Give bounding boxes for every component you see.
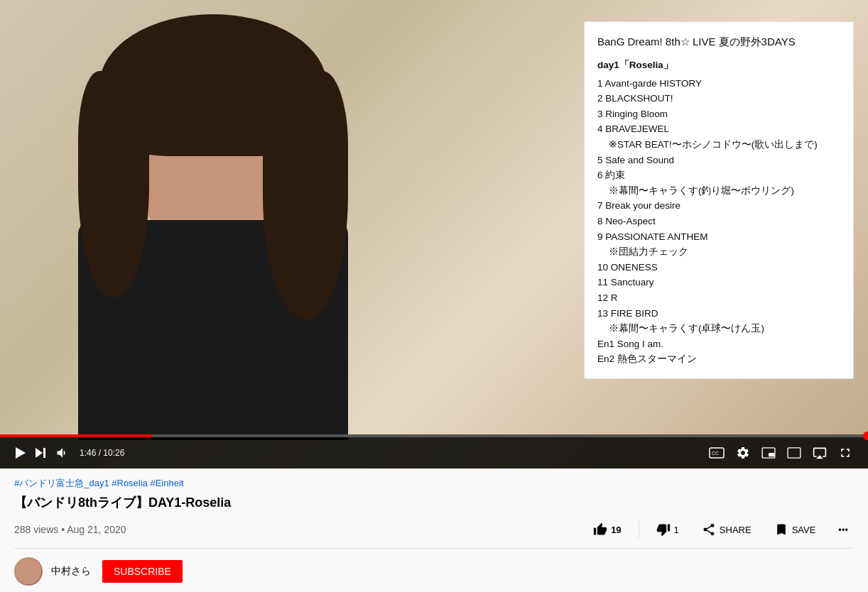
video-controls-bar: 1:46 / 10:26 CC <box>0 434 868 468</box>
svg-rect-1 <box>43 448 45 458</box>
dislike-button[interactable]: 1 <box>651 518 685 541</box>
subscribe-button[interactable]: SUBSCRIBE <box>102 560 183 583</box>
share-icon <box>702 522 716 537</box>
save-button[interactable]: SAVE <box>769 518 822 541</box>
person-hair-top <box>99 14 327 156</box>
setlist-entry: 2 BLACKSHOUT! <box>597 91 840 106</box>
setlist-entry: 4 BRAVEJEWEL <box>597 121 840 137</box>
view-count: 288 views • Aug 21, 2020 <box>14 524 587 535</box>
miniplayer-button[interactable] <box>757 444 780 461</box>
settings-icon <box>736 446 750 460</box>
setlist-entry: 3 Ringing Bloom <box>597 106 840 122</box>
video-meta: #バンドリ富士急_day1 #Roselia #Einheit 【バンドリ8th… <box>0 468 868 549</box>
setlist-entry: 11 Sanctuary <box>597 275 840 290</box>
theater-icon <box>787 447 801 459</box>
save-label: SAVE <box>792 525 816 535</box>
dislike-count: 1 <box>674 525 679 535</box>
setlist-entry: 8 Neo-Aspect <box>597 214 840 229</box>
channel-name[interactable]: 中村さら <box>51 565 91 578</box>
progress-fill <box>0 434 152 437</box>
video-person <box>36 28 519 440</box>
setlist-title: BanG Dream! 8th☆ LIVE 夏の野外3DAYS <box>597 33 840 50</box>
setlist-entry: ※幕間〜キャラくす(釣り堀〜ボウリング) <box>597 183 840 199</box>
setlist-entry: 10 ONENESS <box>597 260 840 275</box>
action-buttons: 19 1 SHARE <box>587 518 854 541</box>
thumb-down-icon <box>656 522 671 537</box>
channel-row: 中村さら SUBSCRIBE <box>0 549 868 592</box>
fullscreen-button[interactable] <box>834 443 857 463</box>
setlist-entry: 1 Avant-garde HISTORY <box>597 76 840 92</box>
setlist-entry: 12 R <box>597 290 840 306</box>
controls-right: CC <box>705 443 857 463</box>
time-display: 1:46 / 10:26 <box>80 448 124 458</box>
video-stats-row: 288 views • Aug 21, 2020 19 1 <box>14 518 854 549</box>
setlist-entry: En1 Song I am. <box>597 336 840 352</box>
setlist-entry: En2 熱色スターマイン <box>597 351 840 367</box>
publish-date: Aug 21, 2020 <box>67 524 126 535</box>
more-button[interactable]: ••• <box>832 520 854 539</box>
like-divider <box>639 521 639 538</box>
page-wrapper: BanG Dream! 8th☆ LIVE 夏の野外3DAYS day1「Ros… <box>0 0 868 592</box>
setlist-entry: 6 約束 <box>597 168 840 183</box>
volume-button[interactable] <box>51 443 74 463</box>
video-player[interactable]: BanG Dream! 8th☆ LIVE 夏の野外3DAYS day1「Ros… <box>0 0 868 468</box>
save-icon <box>774 522 788 537</box>
volume-icon <box>55 446 70 460</box>
setlist-day-header: day1「Roselia」 <box>597 57 840 73</box>
svg-rect-6 <box>788 448 801 458</box>
progress-dot <box>863 432 868 440</box>
setlist-entry: 13 FIRE BIRD <box>597 306 840 322</box>
next-icon <box>34 446 47 459</box>
setlist-entry: ※STAR BEAT!〜ホシノコドウ〜(歌い出しまで) <box>597 137 840 153</box>
video-frame: BanG Dream! 8th☆ LIVE 夏の野外3DAYS day1「Ros… <box>0 0 868 468</box>
video-background: BanG Dream! 8th☆ LIVE 夏の野外3DAYS day1「Ros… <box>0 0 868 468</box>
play-button[interactable] <box>11 444 30 461</box>
captions-icon: CC <box>709 447 725 459</box>
date-separator: • <box>61 524 67 535</box>
svg-rect-5 <box>769 453 774 456</box>
channel-avatar[interactable] <box>14 557 43 586</box>
hashtags[interactable]: #バンドリ富士急_day1 #Roselia #Einheit <box>14 477 854 490</box>
share-button[interactable]: SHARE <box>696 518 757 541</box>
setlist-entry: 7 Break your desire <box>597 198 840 214</box>
share-label: SHARE <box>720 525 752 535</box>
settings-button[interactable] <box>732 443 754 463</box>
progress-bar[interactable] <box>0 434 868 437</box>
fullscreen-icon <box>838 446 852 460</box>
airplay-button[interactable] <box>808 443 831 463</box>
video-title: 【バンドリ8thライブ】DAY1-Roselia <box>14 494 854 511</box>
setlist-items: 1 Avant-garde HISTORY2 BLACKSHOUT!3 Ring… <box>597 76 840 367</box>
setlist-entry: 9 PASSIONATE ANTHEM <box>597 229 840 245</box>
thumb-up-icon <box>593 522 607 537</box>
svg-text:CC: CC <box>712 451 719 456</box>
play-icon <box>16 447 26 459</box>
next-button[interactable] <box>30 444 51 462</box>
views-text: 288 views <box>14 524 58 535</box>
airplay-icon <box>813 446 827 460</box>
like-button[interactable]: 19 <box>587 518 626 541</box>
setlist-entry: 5 Safe and Sound <box>597 153 840 168</box>
setlist-entry: ※団結力チェック <box>597 244 840 260</box>
theater-button[interactable] <box>783 444 805 461</box>
svg-marker-0 <box>36 448 43 458</box>
like-count: 19 <box>611 525 621 535</box>
captions-button[interactable]: CC <box>705 444 729 461</box>
controls-row: 1:46 / 10:26 CC <box>0 440 868 466</box>
miniplayer-icon <box>761 447 776 459</box>
more-icon: ••• <box>838 525 848 535</box>
setlist-entry: ※幕間〜キャラくす(卓球〜けん玉) <box>597 321 840 336</box>
setlist-overlay: BanG Dream! 8th☆ LIVE 夏の野外3DAYS day1「Ros… <box>584 21 854 379</box>
avatar-image <box>16 559 41 584</box>
